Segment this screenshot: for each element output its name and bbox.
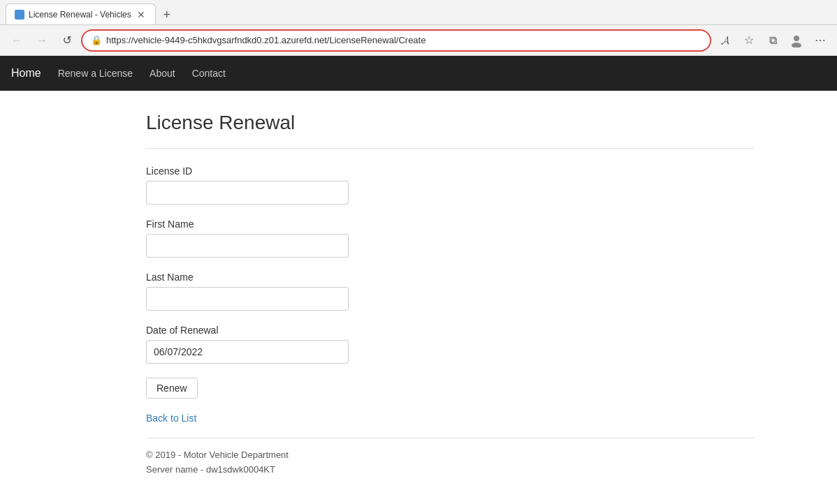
- title-divider: [146, 148, 754, 149]
- reload-button[interactable]: ↻: [56, 29, 78, 52]
- last-name-label: Last Name: [146, 272, 754, 283]
- menu-button[interactable]: ⋯: [809, 29, 831, 52]
- app-navbar: Home Renew a License About Contact: [0, 56, 837, 91]
- footer-copyright: © 2019 - Motor Vehicle Department: [146, 450, 754, 460]
- tab-title: License Renewal - Vehicles: [29, 10, 131, 20]
- nav-about-link[interactable]: About: [150, 65, 175, 82]
- page-title: License Renewal: [146, 112, 754, 134]
- footer-server: Server name - dw1sdwk0004KT: [146, 464, 754, 475]
- last-name-input[interactable]: [146, 287, 349, 311]
- nav-home-link[interactable]: Home: [11, 64, 41, 82]
- address-bar-container[interactable]: 🔒: [81, 29, 711, 52]
- tab-bar: License Renewal - Vehicles ✕ +: [0, 0, 837, 25]
- tab-favicon: [15, 10, 24, 20]
- date-renewal-label: Date of Renewal: [146, 325, 754, 336]
- back-button[interactable]: ←: [6, 29, 28, 52]
- first-name-input[interactable]: [146, 234, 349, 258]
- svg-point-1: [792, 43, 801, 47]
- new-tab-button[interactable]: +: [157, 5, 177, 24]
- reload-icon: ↻: [63, 34, 72, 47]
- svg-point-0: [794, 36, 799, 41]
- profile-button[interactable]: [785, 29, 808, 52]
- browser-tab[interactable]: License Renewal - Vehicles ✕: [6, 3, 156, 24]
- nav-bar: ← → ↻ 🔒 𝓐 ☆ ⧉ ⋯: [0, 25, 837, 56]
- collections-button[interactable]: ⧉: [762, 29, 784, 52]
- nav-renew-link[interactable]: Renew a License: [58, 65, 133, 82]
- back-to-list-link[interactable]: Back to List: [146, 413, 196, 424]
- renew-button[interactable]: Renew: [146, 378, 198, 399]
- tab-close-button[interactable]: ✕: [136, 8, 147, 22]
- nav-contact-link[interactable]: Contact: [192, 65, 226, 82]
- nav-right-icons: 𝓐 ☆ ⧉ ⋯: [714, 29, 831, 52]
- first-name-label: First Name: [146, 218, 754, 230]
- lock-icon: 🔒: [91, 35, 102, 45]
- page-content: License Renewal License ID First Name La…: [0, 91, 837, 504]
- license-id-input[interactable]: [146, 181, 349, 205]
- license-id-group: License ID: [146, 165, 754, 205]
- address-bar-input[interactable]: [106, 35, 701, 45]
- date-renewal-input[interactable]: [146, 340, 349, 364]
- first-name-group: First Name: [146, 218, 754, 258]
- last-name-group: Last Name: [146, 272, 754, 311]
- forward-button[interactable]: →: [31, 29, 53, 52]
- favorites-button[interactable]: ☆: [738, 29, 760, 52]
- browser-window: License Renewal - Vehicles ✕ + ← → ↻ 🔒 𝓐…: [0, 0, 837, 504]
- read-aloud-button[interactable]: 𝓐: [714, 29, 736, 52]
- footer-divider: [146, 438, 754, 438]
- license-id-label: License ID: [146, 165, 754, 177]
- profile-icon: [789, 34, 803, 47]
- date-renewal-group: Date of Renewal: [146, 325, 754, 364]
- content-inner: License Renewal License ID First Name La…: [69, 91, 768, 503]
